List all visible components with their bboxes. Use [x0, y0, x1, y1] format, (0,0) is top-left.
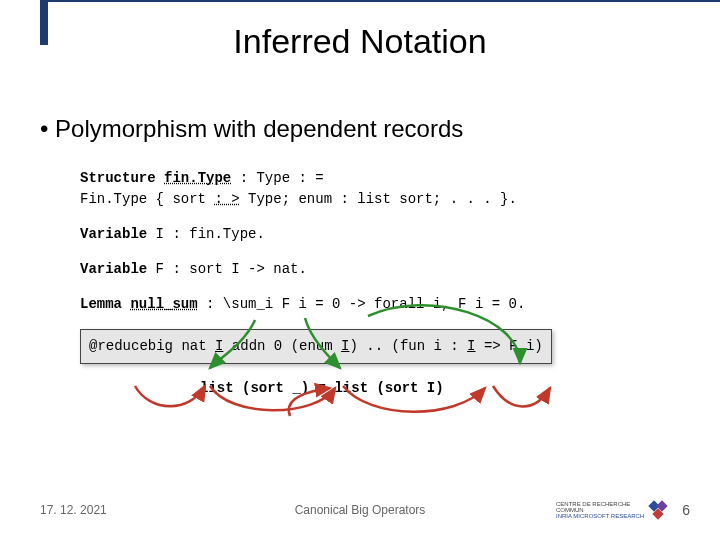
kw-variable-1: Variable [80, 226, 147, 242]
coercion-symbol: : > [214, 191, 239, 207]
lemma-decl: Lemma null_sum : \sum_i F i = 0 -> foral… [80, 294, 680, 315]
footer-date: 17. 12. 2021 [40, 503, 107, 517]
footer: 17. 12. 2021 Canonical Big Operators CEN… [0, 495, 720, 525]
structure-line2a: Fin.Type { sort [80, 191, 214, 207]
kw-structure: Structure [80, 170, 156, 186]
var-I-text: I : fin.Type. [147, 226, 265, 242]
lemma-rest: : \sum_i F i = 0 -> forall i, F i = 0. [198, 296, 526, 312]
kw-lemma: Lemma [80, 296, 122, 312]
code-area: Structure fin.Type : Type : = Fin.Type {… [80, 168, 680, 399]
reduced-term-box: @reducebig nat I addn 0 (enum I) .. (fun… [80, 329, 552, 364]
slide-number: 6 [682, 502, 690, 518]
logo-text: CENTRE DE RECHERCHE COMMUN INRIA MICROSO… [556, 501, 644, 519]
grey-c: ) .. (fun i : [349, 338, 467, 354]
structure-line2c: Type; enum : list sort; . . . }. [240, 191, 517, 207]
footer-center: Canonical Big Operators [295, 503, 426, 517]
bullet-text: Polymorphism with dependent records [40, 115, 690, 143]
structure-rest: : Type : = [231, 170, 323, 186]
var-F-text: F : sort I -> nat. [147, 261, 307, 277]
variable-F: Variable F : sort I -> nat. [80, 259, 680, 280]
structure-decl: Structure fin.Type : Type : = Fin.Type {… [80, 168, 680, 210]
structure-name: fin.Type [164, 170, 231, 186]
slide-title: Inferred Notation [0, 22, 720, 61]
list-equality: list (sort _) = list (sort I) [200, 378, 680, 399]
top-rule [48, 0, 720, 2]
footer-logo: CENTRE DE RECHERCHE COMMUN INRIA MICROSO… [556, 500, 672, 520]
lemma-name: null_sum [130, 296, 197, 312]
grey-a: @reducebig nat [89, 338, 215, 354]
grey-d: => F i) [476, 338, 543, 354]
grey-b: addn 0 (enum [223, 338, 341, 354]
variable-I: Variable I : fin.Type. [80, 224, 680, 245]
grey-I3: I [467, 338, 475, 354]
logo-cubes-icon [648, 500, 672, 520]
kw-variable-2: Variable [80, 261, 147, 277]
